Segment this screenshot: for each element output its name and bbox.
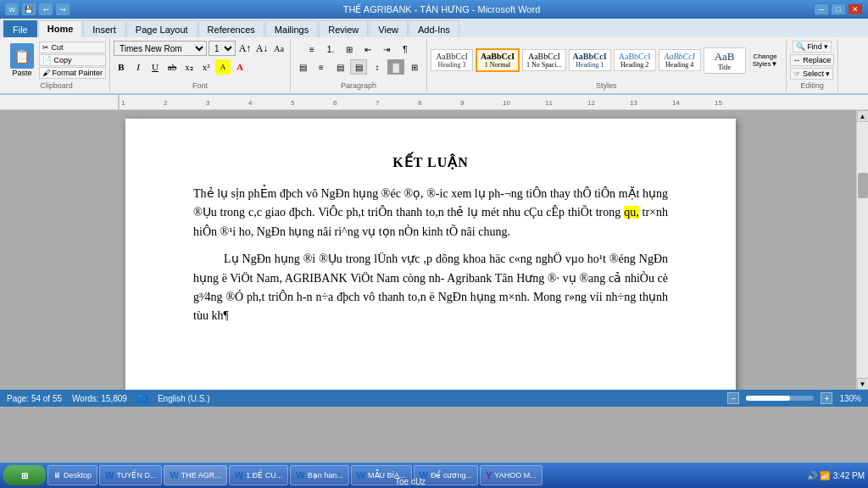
tab-mailings[interactable]: Mailings (265, 20, 318, 37)
tab-insert[interactable]: Insert (83, 20, 125, 37)
superscript-button[interactable]: x² (198, 59, 214, 75)
italic-button[interactable]: I (131, 59, 146, 75)
document-title: KẾT LUẬN (193, 152, 668, 173)
paragraph-group: ≡ 1. ⊞ ⇤ ⇥ ¶ ▤ ≡ ▤ ▤ ↕ ▓ ⊞ Paragraph (291, 39, 427, 92)
zoom-fill (746, 396, 790, 401)
paragraph-1[interactable]: Thẻ lụ sịn phẺm đþch vô NgÐn hụng ®éc ®ọ… (193, 185, 668, 241)
svg-text:14: 14 (672, 99, 680, 107)
replace-button[interactable]: ↔ Replace (790, 54, 835, 66)
style-no-spacing[interactable]: AaBbCcI 1 No Spaci... (522, 49, 566, 71)
desktop-icon: 🖥 (53, 471, 61, 480)
style-heading1[interactable]: AaBbCcI Heading 1 (569, 49, 611, 71)
tab-addins[interactable]: Add-Ins (409, 20, 459, 37)
style-heading4[interactable]: AaBbCcI Heading 4 (659, 49, 701, 71)
paste-button[interactable]: 📋 Paste (7, 42, 37, 79)
subscript-button[interactable]: x₂ (181, 59, 197, 75)
font-color-button[interactable]: A (232, 59, 248, 75)
taskbar-item-1[interactable]: W TUYẾN D... (99, 465, 162, 485)
scroll-track[interactable] (857, 122, 868, 378)
svg-text:15: 15 (715, 99, 722, 107)
copy-button[interactable]: 📄 Copy (39, 54, 106, 66)
svg-text:6: 6 (333, 99, 337, 107)
font-size-select[interactable]: 14 (209, 41, 236, 56)
text-highlight-button[interactable]: A (215, 59, 231, 75)
format-painter-button[interactable]: 🖌 Format Painter (39, 67, 106, 79)
taskbar-item-2[interactable]: W THE AGR... (164, 465, 226, 485)
clear-format-button[interactable]: Aa (271, 41, 287, 56)
svg-text:12: 12 (587, 99, 595, 107)
ribbon-content: 📋 Paste ✂ Cut 📄 Copy 🖌 Format Painter Cl… (0, 37, 868, 95)
bold-button[interactable]: B (114, 59, 129, 75)
editing-group: 🔍 Find ▾ ↔ Replace ☞ Select ▾ Editing (787, 39, 839, 92)
paragraph-controls: ≡ 1. ⊞ ⇤ ⇥ ¶ ▤ ≡ ▤ ▤ ↕ ▓ ⊞ (294, 41, 423, 80)
grow-font-button[interactable]: A↑ (237, 41, 253, 56)
style-heading3[interactable]: AaBbCcI Heading 3 (431, 49, 473, 71)
svg-text:10: 10 (503, 99, 510, 107)
taskbar-item-4[interactable]: W Bạn han... (290, 465, 348, 485)
line-spacing-button[interactable]: ↕ (369, 59, 386, 75)
start-button[interactable]: ⊞ (3, 465, 46, 485)
font-group: Times New Rom 14 A↑ A↓ Aa B I U ab x₂ x²… (110, 39, 291, 92)
svg-text:11: 11 (545, 99, 553, 107)
undo-icon[interactable]: ↩ (39, 3, 53, 15)
bullets-button[interactable]: ≡ (303, 42, 320, 57)
strikethrough-button[interactable]: ab (164, 59, 180, 75)
minimize-button[interactable]: ─ (814, 3, 829, 15)
cut-button[interactable]: ✂ Cut (39, 42, 106, 53)
decrease-indent-button[interactable]: ⇤ (359, 42, 376, 57)
font-controls: Times New Rom 14 A↑ A↓ Aa B I U ab x₂ x²… (114, 41, 287, 80)
font-family-select[interactable]: Times New Rom (114, 41, 207, 56)
select-button[interactable]: ☞ Select ▾ (790, 68, 833, 80)
tab-page-layout[interactable]: Page Layout (126, 20, 198, 37)
align-left-button[interactable]: ▤ (294, 59, 311, 75)
redo-icon[interactable]: ↪ (56, 3, 70, 15)
tab-references[interactable]: References (198, 20, 264, 37)
zoom-out-button[interactable]: − (727, 392, 739, 404)
numbering-button[interactable]: 1. (322, 42, 339, 57)
style-heading2[interactable]: AaBbCcI Heading 2 (614, 49, 656, 71)
multilevel-button[interactable]: ⊞ (341, 42, 358, 57)
tab-view[interactable]: View (369, 20, 408, 37)
align-center-button[interactable]: ≡ (313, 59, 330, 75)
zoom-slider[interactable] (746, 396, 814, 401)
tab-review[interactable]: Review (319, 20, 368, 37)
tab-home[interactable]: Home (38, 20, 83, 37)
styles-row: AaBbCcI Heading 3 AaBbCcI 1 Normal AaBbC… (431, 47, 782, 74)
find-button[interactable]: 🔍 Find ▾ (793, 41, 832, 53)
scroll-up-button[interactable]: ▲ (857, 110, 869, 122)
word-icon-status: 🔵 (137, 394, 147, 403)
underline-button[interactable]: U (147, 59, 163, 75)
svg-text:1: 1 (121, 99, 125, 107)
maximize-button[interactable]: □ (831, 3, 846, 15)
svg-text:5: 5 (291, 99, 295, 107)
shading-button[interactable]: ▓ (387, 59, 404, 75)
font-label: Font (114, 80, 287, 90)
save-icon[interactable]: 💾 (22, 3, 36, 15)
word-icon-5: W (357, 470, 365, 480)
shrink-font-button[interactable]: A↓ (254, 41, 270, 56)
scroll-down-button[interactable]: ▼ (857, 378, 869, 390)
zoom-in-button[interactable]: + (821, 392, 832, 404)
title-bar-left: W 💾 ↩ ↪ (5, 3, 70, 15)
scroll-thumb[interactable] (858, 173, 868, 198)
change-styles-button[interactable]: ChangeStyles▼ (748, 53, 782, 68)
show-formatting-button[interactable]: ¶ (397, 42, 414, 57)
taskbar-label-4: Bạn han... (308, 471, 343, 480)
styles-label: Styles (431, 80, 782, 90)
window-title: THẾ AGRIBANK - TÂN HƯNG - Microsoft Word (70, 4, 814, 15)
taskbar-item-3[interactable]: W 1.ĐỀ CU... (229, 465, 288, 485)
style-title[interactable]: AaB Title (704, 47, 746, 74)
align-right-button[interactable]: ▤ (331, 59, 348, 75)
taskbar-item-7[interactable]: Y YAHOO M... (480, 465, 542, 485)
border-button[interactable]: ⊞ (406, 59, 423, 75)
svg-text:7: 7 (376, 99, 380, 107)
paragraph-2[interactable]: Lụ NgÐn hụng ®i ®Ụu trong lÜnh vực ,p dô… (193, 250, 668, 326)
status-bar: Page: 54 of 55 Words: 15,809 🔵 English (… (0, 390, 868, 407)
close-button[interactable]: ✕ (848, 3, 863, 15)
taskbar-desktop[interactable]: 🖥 Desktop (47, 465, 97, 485)
style-normal[interactable]: AaBbCcI 1 Normal (476, 48, 520, 72)
tab-file[interactable]: File (3, 20, 37, 37)
increase-indent-button[interactable]: ⇥ (378, 42, 395, 57)
justify-button[interactable]: ▤ (350, 59, 367, 75)
word-icon-2: W (170, 470, 178, 480)
